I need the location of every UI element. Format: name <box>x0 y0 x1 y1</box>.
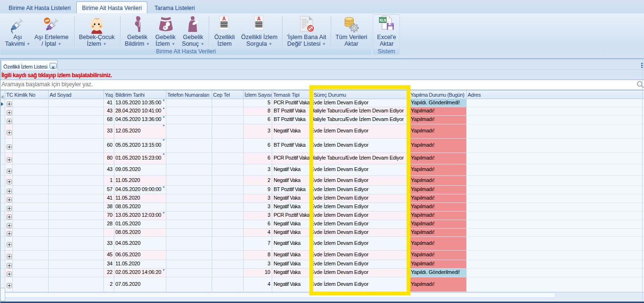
svg-text:A: A <box>222 16 226 21</box>
svg-text:XLS: XLS <box>379 18 387 22</box>
svg-text:A: A <box>257 16 261 21</box>
